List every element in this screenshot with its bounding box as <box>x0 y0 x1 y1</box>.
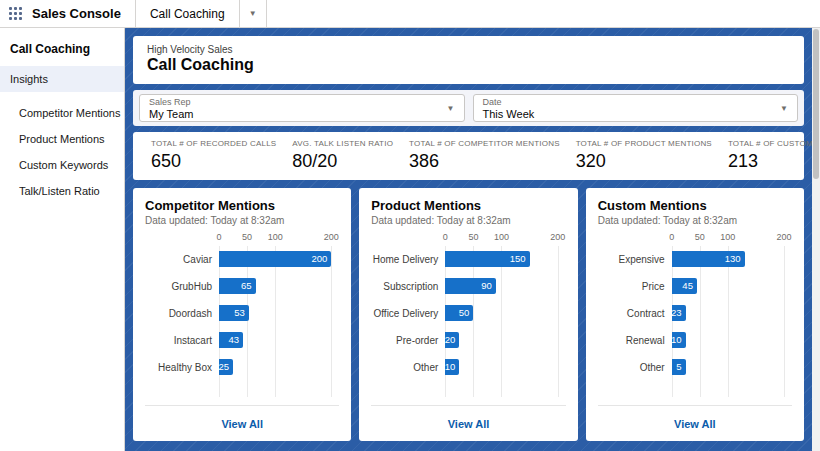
kpi-total-of-product-mentions: TOTAL # OF PRODUCT MENTIONS320 <box>568 139 720 172</box>
bar-track: 45 <box>672 278 784 294</box>
view-all-link[interactable]: View All <box>448 418 490 430</box>
category-label: Home Delivery <box>371 254 445 265</box>
sidebar-item-talk-listen-ratio[interactable]: Talk/Listen Ratio <box>0 178 124 204</box>
kpi-total-of-custom-mentions: TOTAL # OF CUSTOM MENTIONS213 <box>720 139 820 172</box>
bar-row-subscription: Subscription90 <box>371 278 565 294</box>
bar-row-renewal: Renewal10 <box>598 332 792 348</box>
bar-value-label: 53 <box>234 305 245 321</box>
bar-track: 53 <box>219 305 331 321</box>
filter-label: Sales Rep <box>149 97 447 108</box>
bar-track: 50 <box>445 305 557 321</box>
bar-value-label: 200 <box>311 251 327 267</box>
bar-track: 43 <box>219 332 331 348</box>
main-content: High Velocity Sales Call Coaching Sales … <box>125 28 820 451</box>
bar-caviar[interactable]: 200 <box>219 251 331 267</box>
filter-value: My Team <box>149 108 447 120</box>
bar-chart: 050100200Home Delivery150Subscription90O… <box>371 232 565 405</box>
kpi-label: TOTAL # OF CUSTOM MENTIONS <box>728 139 820 148</box>
bar-row-expensive: Expensive130 <box>598 251 792 267</box>
category-label: Doordash <box>145 308 219 319</box>
kpi-value: 213 <box>728 151 820 172</box>
bar-rows: Caviar200GrubHub65Doordash53Instacart43H… <box>145 232 339 375</box>
filter-text: DateThis Week <box>483 97 781 120</box>
tab-call-coaching[interactable]: Call Coaching <box>135 0 239 27</box>
kpi-value: 80/20 <box>292 151 393 172</box>
bar-value-label: 130 <box>725 251 741 267</box>
bar-doordash[interactable]: 53 <box>219 305 249 321</box>
kpi-total-of-competitor-mentions: TOTAL # OF COMPETITOR MENTIONS386 <box>401 139 568 172</box>
bar-instacart[interactable]: 43 <box>219 332 243 348</box>
view-all-footer: View All <box>145 405 339 441</box>
bar-healthy-box[interactable]: 25 <box>219 359 233 375</box>
sidebar-item-competitor-mentions[interactable]: Competitor Mentions <box>0 100 124 126</box>
sidebar-item-insights[interactable]: Insights <box>0 66 124 92</box>
bar-row-grubhub: GrubHub65 <box>145 278 339 294</box>
bar-grubhub[interactable]: 65 <box>219 278 256 294</box>
category-label: Other <box>371 362 445 373</box>
filter-sales-rep[interactable]: Sales RepMy Team▼ <box>139 94 465 122</box>
kpi-total-of-recorded-calls: TOTAL # OF RECORDED CALLS650 <box>143 139 284 172</box>
bar-contract[interactable]: 23 <box>672 305 686 321</box>
category-label: Price <box>598 281 672 292</box>
bar-value-label: 10 <box>445 359 456 375</box>
filter-text: Sales RepMy Team <box>149 97 447 120</box>
kpi-label: AVG. TALK LISTEN RATIO <box>292 139 393 148</box>
bar-track: 10 <box>445 359 557 375</box>
bar-track: 10 <box>672 332 784 348</box>
bar-value-label: 20 <box>445 332 456 348</box>
page-header-card: High Velocity Sales Call Coaching <box>133 36 804 84</box>
kpi-label: TOTAL # OF PRODUCT MENTIONS <box>576 139 712 148</box>
sidebar-nav: InsightsCompetitor MentionsProduct Menti… <box>0 66 124 204</box>
bar-pre-order[interactable]: 20 <box>445 332 459 348</box>
bar-subscription[interactable]: 90 <box>445 278 496 294</box>
sidebar-item-product-mentions[interactable]: Product Mentions <box>0 126 124 152</box>
scrollbar[interactable] <box>812 28 820 451</box>
sidebar-item-custom-keywords[interactable]: Custom Keywords <box>0 152 124 178</box>
bar-track: 130 <box>672 251 784 267</box>
bar-office-delivery[interactable]: 50 <box>445 305 473 321</box>
bar-other[interactable]: 5 <box>672 359 686 375</box>
filter-date[interactable]: DateThis Week▼ <box>473 94 799 122</box>
filter-bar: Sales RepMy Team▼DateThis Week▼ <box>133 90 804 126</box>
view-all-link[interactable]: View All <box>674 418 716 430</box>
app-launcher-button[interactable] <box>0 0 30 27</box>
bar-row-caviar: Caviar200 <box>145 251 339 267</box>
app-name: Sales Console <box>30 0 135 27</box>
bar-row-office-delivery: Office Delivery50 <box>371 305 565 321</box>
bar-expensive[interactable]: 130 <box>672 251 745 267</box>
bar-row-pre-order: Pre-order20 <box>371 332 565 348</box>
bar-row-other: Other10 <box>371 359 565 375</box>
bar-track: 90 <box>445 278 557 294</box>
bar-value-label: 65 <box>241 278 252 294</box>
bar-price[interactable]: 45 <box>672 278 697 294</box>
bar-value-label: 10 <box>671 332 682 348</box>
view-all-link[interactable]: View All <box>221 418 263 430</box>
chart-card-competitor-mentions: Competitor MentionsData updated: Today a… <box>133 188 351 441</box>
chevron-down-icon: ▼ <box>447 104 455 113</box>
bar-home-delivery[interactable]: 150 <box>445 251 529 267</box>
bar-other[interactable]: 10 <box>445 359 459 375</box>
scrollbar-thumb[interactable] <box>813 29 819 179</box>
chart-title: Custom Mentions <box>598 198 792 213</box>
bar-value-label: 150 <box>510 251 526 267</box>
bar-track: 20 <box>445 332 557 348</box>
bar-row-home-delivery: Home Delivery150 <box>371 251 565 267</box>
category-label: Healthy Box <box>145 362 219 373</box>
bar-renewal[interactable]: 10 <box>672 332 686 348</box>
view-all-footer: View All <box>598 405 792 441</box>
tab-dropdown-button[interactable]: ▼ <box>239 0 267 27</box>
kpi-avg-talk-listen-ratio: AVG. TALK LISTEN RATIO80/20 <box>284 139 401 172</box>
chart-subtitle: Data updated: Today at 8:32am <box>371 215 565 226</box>
category-label: Subscription <box>371 281 445 292</box>
bar-rows: Home Delivery150Subscription90Office Del… <box>371 232 565 375</box>
bar-value-label: 25 <box>218 359 229 375</box>
bar-value-label: 45 <box>682 278 693 294</box>
sidebar: Call Coaching InsightsCompetitor Mention… <box>0 28 125 451</box>
chevron-down-icon: ▼ <box>249 9 257 18</box>
chart-card-custom-mentions: Custom MentionsData updated: Today at 8:… <box>586 188 804 441</box>
chart-subtitle: Data updated: Today at 8:32am <box>598 215 792 226</box>
category-label: Office Delivery <box>371 308 445 319</box>
bar-value-label: 90 <box>481 278 492 294</box>
global-header: Sales Console Call Coaching ▼ <box>0 0 820 28</box>
bar-track: 25 <box>219 359 331 375</box>
